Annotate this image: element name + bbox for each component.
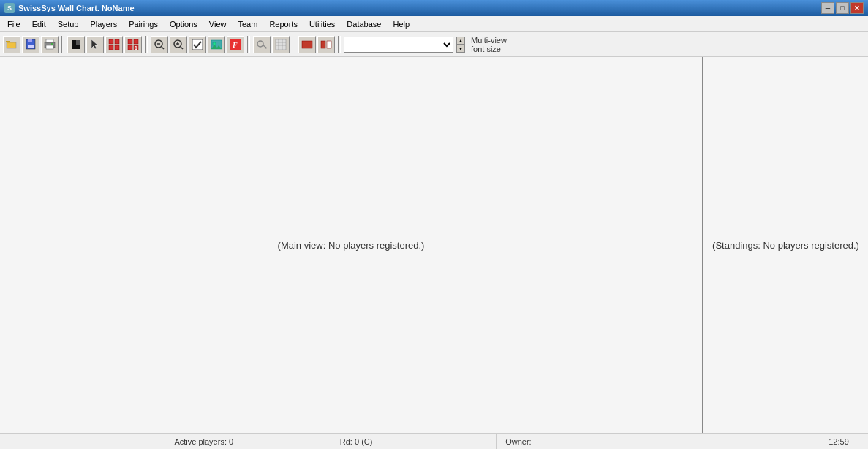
toolbar-photo-btn[interactable] bbox=[208, 36, 225, 53]
toolbar-save-button[interactable] bbox=[22, 36, 39, 53]
svg-line-28 bbox=[181, 47, 183, 49]
menu-pairings[interactable]: Pairings bbox=[123, 17, 164, 31]
main-view-panel: (Main view: No players registered.) bbox=[0, 57, 703, 433]
svg-rect-9 bbox=[51, 43, 53, 45]
menu-reports[interactable]: Reports bbox=[263, 17, 303, 31]
svg-rect-17 bbox=[128, 39, 132, 44]
menu-bar: File Edit Setup Players Pairings Options… bbox=[0, 16, 868, 32]
toolbar-black-btn[interactable] bbox=[67, 36, 85, 53]
app-icon: S bbox=[4, 3, 15, 13]
menu-edit[interactable]: Edit bbox=[26, 17, 52, 31]
toolbar-separator-3 bbox=[247, 36, 250, 53]
main-view-text: (Main view: No players registered.) bbox=[278, 240, 425, 251]
svg-rect-43 bbox=[302, 41, 312, 48]
zoom-out-icon bbox=[154, 39, 165, 50]
close-button[interactable]: ✕ bbox=[850, 2, 864, 14]
svg-rect-45 bbox=[327, 41, 331, 48]
svg-rect-8 bbox=[46, 45, 53, 49]
svg-rect-18 bbox=[134, 39, 138, 44]
multiview-dropdown[interactable] bbox=[344, 37, 453, 53]
toolbar-f-btn[interactable]: F bbox=[227, 36, 244, 53]
menu-team[interactable]: Team bbox=[232, 17, 263, 31]
font-size-spinbox[interactable]: ▲ ▼ bbox=[456, 37, 465, 53]
main-content: (Main view: No players registered.) (Sta… bbox=[0, 57, 868, 433]
photo-icon bbox=[211, 39, 222, 50]
toolbar-cursor-btn[interactable] bbox=[86, 36, 104, 53]
status-round: Rd: 0 (C) bbox=[331, 434, 497, 449]
status-segment-1 bbox=[0, 434, 165, 449]
menu-setup[interactable]: Setup bbox=[52, 17, 85, 31]
status-bar: Active players: 0 Rd: 0 (C) Owner: 12:59 bbox=[0, 433, 868, 449]
svg-rect-11 bbox=[76, 40, 80, 45]
table-icon bbox=[275, 39, 287, 50]
menu-database[interactable]: Database bbox=[341, 17, 387, 31]
svg-point-35 bbox=[257, 41, 263, 47]
title-controls[interactable]: ─ □ ✕ bbox=[821, 2, 864, 14]
cursor-icon bbox=[89, 39, 101, 50]
toolbar-separator-5 bbox=[338, 36, 341, 53]
toolbar-key-btn[interactable] bbox=[253, 36, 271, 53]
grid-icon bbox=[108, 39, 120, 50]
dual-rect-icon bbox=[320, 39, 332, 50]
svg-line-24 bbox=[162, 47, 164, 49]
toolbar-num-btn[interactable]: 1 bbox=[124, 36, 142, 53]
toolbar-check-btn[interactable] bbox=[189, 36, 206, 53]
standings-panel: (Standings: No players registered.) bbox=[703, 57, 868, 433]
key-icon bbox=[256, 39, 268, 50]
svg-rect-4 bbox=[28, 39, 32, 42]
toolbar-grid-btn[interactable] bbox=[105, 36, 123, 53]
svg-rect-2 bbox=[6, 41, 10, 42]
status-owner: Owner: bbox=[497, 434, 809, 449]
status-active-players: Active players: 0 bbox=[165, 434, 331, 449]
number-icon: 1 bbox=[127, 39, 139, 50]
checkbox-icon bbox=[192, 39, 203, 50]
open-folder-icon bbox=[6, 39, 18, 50]
svg-text:1: 1 bbox=[135, 45, 137, 50]
menu-utilities[interactable]: Utilities bbox=[303, 17, 341, 31]
menu-players[interactable]: Players bbox=[84, 17, 123, 31]
toolbar-zoom-out-btn[interactable] bbox=[151, 36, 168, 53]
menu-view[interactable]: View bbox=[203, 17, 233, 31]
svg-marker-12 bbox=[91, 39, 98, 49]
svg-rect-15 bbox=[109, 45, 113, 50]
toolbar-zoom-in-btn[interactable] bbox=[170, 36, 187, 53]
window-title: SwissSys Wall Chart. NoName bbox=[18, 4, 135, 12]
minimize-button[interactable]: ─ bbox=[821, 2, 834, 14]
toolbar-separator-2 bbox=[145, 36, 148, 53]
title-bar: S SwissSys Wall Chart. NoName ─ □ ✕ bbox=[0, 0, 868, 16]
toolbar-open-button[interactable] bbox=[3, 36, 20, 53]
svg-rect-13 bbox=[109, 39, 113, 44]
svg-rect-44 bbox=[321, 41, 325, 48]
save-icon bbox=[25, 39, 37, 50]
toolbar-print-button[interactable] bbox=[41, 36, 59, 53]
status-time: 12:59 bbox=[809, 434, 868, 449]
maximize-button[interactable]: □ bbox=[836, 2, 849, 14]
black-square-icon bbox=[70, 39, 82, 50]
svg-text:F: F bbox=[232, 41, 238, 49]
svg-rect-16 bbox=[115, 45, 119, 50]
zoom-in-icon bbox=[173, 39, 184, 50]
svg-rect-14 bbox=[115, 39, 119, 44]
toolbar-separator-4 bbox=[293, 36, 295, 53]
toolbar: 1 F bbox=[0, 32, 868, 57]
toolbar-red-square-btn[interactable] bbox=[298, 36, 316, 53]
toolbar-separator-1 bbox=[61, 36, 64, 53]
toolbar-table-btn[interactable] bbox=[272, 36, 290, 53]
red-square-icon bbox=[301, 39, 313, 50]
spin-down-button[interactable]: ▼ bbox=[456, 45, 465, 53]
svg-rect-5 bbox=[28, 45, 34, 48]
svg-rect-1 bbox=[7, 42, 16, 48]
standings-text: (Standings: No players registered.) bbox=[712, 240, 859, 251]
title-bar-left: S SwissSys Wall Chart. NoName bbox=[4, 3, 135, 13]
spin-up-button[interactable]: ▲ bbox=[456, 37, 465, 45]
toolbar-dual-rect-btn[interactable] bbox=[317, 36, 335, 53]
print-icon bbox=[44, 39, 56, 50]
multiview-label: Multi-view font size bbox=[471, 36, 507, 53]
menu-options[interactable]: Options bbox=[164, 17, 203, 31]
f-icon: F bbox=[230, 39, 241, 50]
svg-rect-38 bbox=[276, 39, 286, 50]
menu-help[interactable]: Help bbox=[387, 17, 415, 31]
svg-rect-19 bbox=[128, 45, 132, 50]
menu-file[interactable]: File bbox=[1, 17, 26, 31]
